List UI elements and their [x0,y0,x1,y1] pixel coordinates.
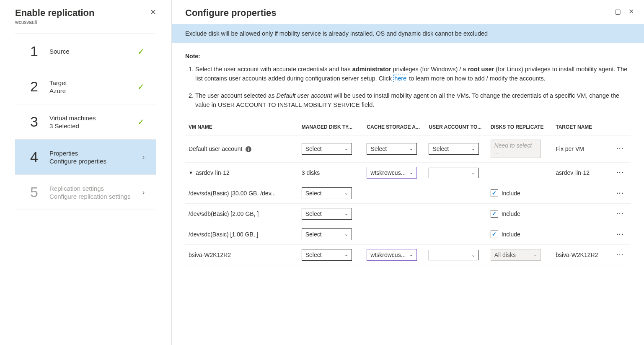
row-menu-button[interactable]: ··· [616,231,624,238]
chevron-down-icon: ⌄ [344,252,348,257]
chevron-down-icon: ⌄ [409,170,413,175]
include-checkbox[interactable]: ✓ Include [491,210,520,218]
step-vms[interactable]: 3 Virtual machines 3 Selected ✓ [15,104,156,139]
note-item-1: Select the user account with accurate cr… [195,65,631,83]
target-name-value: asrdev-lin-12 [552,162,613,183]
step-label: Replication settings [49,185,142,192]
chevron-down-icon: ⌄ [344,146,348,151]
disks-select: Need to select ... [491,140,541,158]
target-name-value: Fix per VM [552,135,613,162]
chevron-down-icon: ⌄ [344,231,348,237]
chevron-right-icon: › [142,153,145,161]
note-item-2: The user account selected as Default use… [195,91,631,110]
managed-disk-select[interactable]: Select⌄ [302,143,352,155]
col-disks[interactable]: DISKS TO REPLICATE [487,120,553,135]
disk-name: /dev/sdc(Basic) [1.00 GB, ] [185,224,298,244]
chevron-down-icon: ⌄ [471,146,475,151]
table-row-default: Default user account i Select⌄ Select⌄ S… [185,135,631,162]
chevron-down-icon: ⌄ [344,190,348,196]
step-sublabel: Azure [49,87,137,94]
learn-more-link[interactable]: here [393,75,407,82]
table-row-disk: /dev/sdb(Basic) [2.00 GB, ] Select⌄ ✓ In… [185,203,631,224]
checkbox-checked-icon: ✓ [491,231,498,238]
chevron-down-icon: ⌄ [344,211,348,216]
expand-toggle-icon[interactable]: ▼ [189,170,193,175]
step-source[interactable]: 1 Source ✓ [15,34,156,69]
cache-storage-select[interactable]: wtskrowcus...⌄ [367,249,417,261]
check-icon: ✓ [137,117,145,127]
include-label: Include [502,231,520,238]
check-icon: ✓ [137,82,145,92]
step-target[interactable]: 2 Target Azure ✓ [15,69,156,104]
close-icon[interactable]: ✕ [150,8,156,17]
step-replication-settings[interactable]: 5 Replication settings Configure replica… [15,174,156,210]
checkbox-checked-icon: ✓ [491,189,498,197]
step-number: 3 [30,114,45,130]
row-label: Default user account [189,145,242,152]
row-menu-button[interactable]: ··· [616,169,624,176]
page-title: Configure properties [185,8,277,18]
managed-disk-select[interactable]: Select⌄ [302,249,352,261]
maximize-icon[interactable]: ▢ [615,8,621,16]
col-target-name[interactable]: TARGET NAME [552,120,613,135]
main-panel: Configure properties ▢ ✕ Exclude disk wi… [172,0,644,345]
chevron-down-icon: ⌄ [471,170,475,176]
step-label: Target [49,79,137,86]
content-area: Note: Select the user account with accur… [172,43,644,275]
table-row-disk: /dev/sda(Basic) [30.00 GB, /dev... Selec… [185,183,631,203]
sidebar-title: Enable replication [15,8,95,18]
note-heading: Note: [185,53,631,60]
step-label: Properties [49,150,142,157]
step-sublabel: Configure properties [49,158,142,165]
disk-type-select[interactable]: Select⌄ [302,228,352,240]
disk-type-select[interactable]: Select⌄ [302,187,352,199]
cache-storage-select[interactable]: wtskrowcus...⌄ [367,167,417,179]
chevron-down-icon: ⌄ [471,252,475,258]
disk-name: /dev/sda(Basic) [30.00 GB, /dev... [185,183,298,203]
vm-name: bsiva-W2K12R2 [185,244,298,265]
col-cache-storage[interactable]: CACHE STORAGE A... [363,120,425,135]
step-number: 1 [30,43,45,60]
include-checkbox[interactable]: ✓ Include [491,189,520,197]
chevron-down-icon: ⌄ [533,252,537,257]
user-account-select[interactable]: ⌄ [429,168,479,178]
close-icon[interactable]: ✕ [628,8,634,16]
vm-name: asrdev-lin-12 [196,169,230,176]
col-managed-disk[interactable]: MANAGED DISK TY... [298,120,364,135]
chevron-down-icon: ⌄ [409,146,413,151]
step-number: 5 [30,184,45,200]
sidebar-subtitle: wcusvault [15,19,95,25]
step-sublabel: Configure replication settings [49,193,142,200]
step-number: 2 [30,78,45,95]
checkbox-checked-icon: ✓ [491,210,498,218]
disk-name: /dev/sdb(Basic) [2.00 GB, ] [185,203,298,224]
user-account-select[interactable]: ⌄ [429,250,479,260]
cache-storage-select[interactable]: Select⌄ [367,143,417,155]
disk-type-select[interactable]: Select⌄ [302,208,352,220]
table-row-vm: bsiva-W2K12R2 Select⌄ wtskrowcus...⌄ ⌄ A… [185,244,631,265]
table-row-vm: ▼ asrdev-lin-12 3 disks wtskrowcus...⌄ ⌄… [185,162,631,183]
info-banner: Exclude disk will be allowed only if mob… [172,24,644,43]
col-user-account[interactable]: USER ACCOUNT TO... [425,120,487,135]
chevron-down-icon: ⌄ [409,252,413,257]
check-icon: ✓ [137,47,145,57]
row-menu-button[interactable]: ··· [616,252,624,258]
include-label: Include [502,210,520,217]
info-icon[interactable]: i [246,146,251,152]
table-row-disk: /dev/sdc(Basic) [1.00 GB, ] Select⌄ ✓ In… [185,224,631,244]
step-properties[interactable]: 4 Properties Configure properties › [15,139,156,174]
main-header: Configure properties ▢ ✕ [172,0,644,24]
include-checkbox[interactable]: ✓ Include [491,231,520,238]
step-number: 4 [30,149,45,165]
step-label: Virtual machines [49,114,137,122]
user-account-select[interactable]: Select⌄ [429,143,479,155]
include-label: Include [502,190,520,197]
row-menu-button[interactable]: ··· [616,190,624,197]
target-name-value: bsiva-W2K12R2 [552,244,613,265]
row-menu-button[interactable]: ··· [616,210,624,217]
step-label: Source [49,48,137,55]
chevron-right-icon: › [142,189,145,196]
disks-select[interactable]: All disks⌄ [491,249,541,261]
col-vm-name[interactable]: VM NAME [185,120,298,135]
row-menu-button[interactable]: ··· [616,145,624,152]
